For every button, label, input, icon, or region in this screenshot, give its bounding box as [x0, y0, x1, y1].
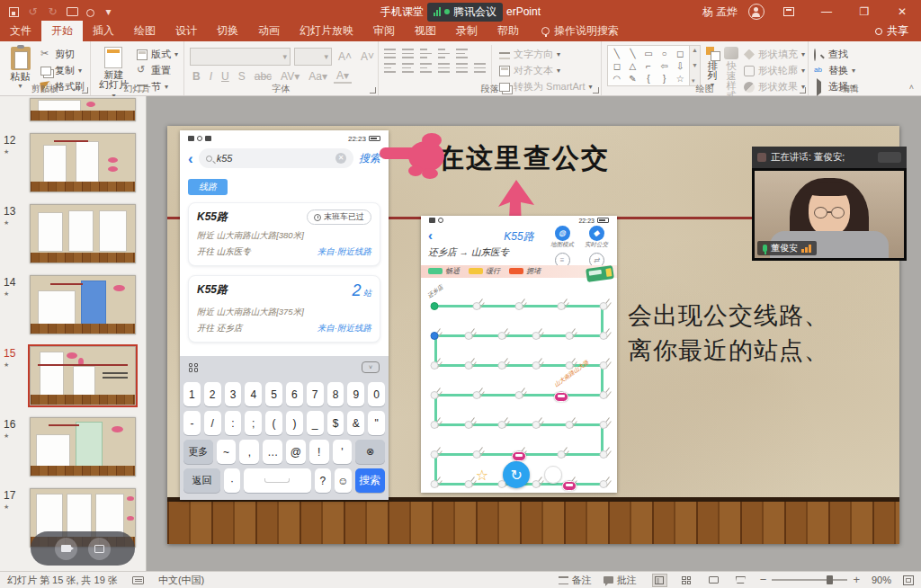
language-indicator[interactable]: 中文(中国)	[158, 574, 204, 587]
qat-dropdown-icon[interactable]: ▾	[103, 6, 114, 18]
key-'[interactable]: '	[333, 440, 353, 464]
zoom-slider[interactable]	[772, 579, 847, 581]
slide-thumbnail[interactable]	[30, 204, 136, 263]
paragraph-dialog-launcher[interactable]	[593, 87, 599, 94]
route-stop[interactable]	[532, 480, 540, 488]
key-)[interactable]: )	[286, 411, 303, 435]
keyboard-grid-icon[interactable]	[189, 363, 198, 372]
key-·[interactable]: ·	[224, 468, 241, 493]
key-~[interactable]: ~	[217, 440, 237, 464]
share-button[interactable]: 共享	[863, 21, 921, 41]
replace-button[interactable]: 替换 ▾	[814, 64, 855, 77]
key-3[interactable]: 3	[225, 382, 242, 406]
meeting-floating-toolbar[interactable]	[31, 531, 135, 566]
route-stop[interactable]	[464, 421, 472, 429]
route-stop[interactable]	[498, 361, 506, 370]
key-☺[interactable]: ☺	[335, 468, 352, 493]
route-stop[interactable]	[473, 450, 481, 459]
slide-thumbnail[interactable]	[30, 275, 136, 334]
key-返回[interactable]: 返回	[183, 468, 220, 493]
key-;[interactable]: ;	[245, 411, 262, 435]
layout-button[interactable]: 版式▾	[137, 48, 178, 61]
route-stop[interactable]	[515, 391, 523, 399]
bus-marker-icon[interactable]	[512, 451, 526, 461]
route-stop[interactable]	[431, 391, 439, 399]
route-stop[interactable]	[599, 480, 607, 488]
key-搜索[interactable]: 搜索	[355, 468, 385, 493]
key-/[interactable]: /	[204, 411, 221, 435]
key-1[interactable]: 1	[183, 382, 201, 406]
key-&[interactable]: &	[347, 411, 364, 435]
zoom-out-button[interactable]: −	[760, 575, 767, 584]
align-menu-button[interactable]	[474, 63, 486, 73]
copy-button[interactable]: 复制▾	[40, 64, 85, 77]
route-stop[interactable]	[431, 480, 439, 488]
save-icon[interactable]	[9, 7, 19, 17]
route-stop[interactable]	[532, 332, 540, 340]
increase-font-button[interactable]: A˄	[335, 50, 354, 63]
route-stop[interactable]	[431, 361, 439, 370]
slide-thumbnail[interactable]	[30, 417, 136, 477]
route-stop[interactable]	[599, 361, 607, 370]
meeting-video-overlay[interactable]: 正在讲话: 董俊安; 董俊安	[752, 147, 907, 261]
more-circle-button[interactable]	[544, 466, 562, 484]
drawing-dialog-launcher[interactable]	[800, 87, 806, 94]
comments-button[interactable]: 批注	[604, 574, 637, 587]
clear-icon[interactable]: ✕	[335, 153, 346, 164]
key-,[interactable]: ,	[239, 440, 259, 464]
slide-thumbnail[interactable]	[30, 98, 136, 121]
shapes-gallery[interactable]: ╲╲▭○◻ ◻△⌐⇦⇩ ◠✎{}☆	[607, 45, 690, 86]
action-地图模式[interactable]: ◍地图模式	[547, 226, 577, 253]
fit-to-window-icon[interactable]	[903, 575, 914, 585]
font-dialog-launcher[interactable]	[370, 87, 376, 94]
camera-toggle-button[interactable]	[55, 538, 77, 560]
normal-view-button[interactable]	[652, 574, 667, 587]
slide-sorter-view-button[interactable]	[679, 574, 694, 587]
key-…[interactable]: …	[263, 440, 282, 464]
align-text-button[interactable]: 对齐文本 ▾	[499, 64, 592, 77]
clipboard-dialog-launcher[interactable]	[82, 87, 88, 94]
ribbon-tab-幻灯片放映[interactable]: 幻灯片放映	[290, 21, 363, 41]
key-![interactable]: !	[309, 440, 329, 464]
route-stop[interactable]	[464, 332, 472, 340]
ribbon-tab-文件[interactable]: 文件	[0, 21, 41, 41]
increase-indent-button[interactable]	[438, 49, 450, 58]
key-:[interactable]: :	[225, 411, 242, 435]
route-stop[interactable]	[515, 302, 523, 310]
account-name[interactable]: 杨 孟烨	[702, 4, 738, 20]
find-button[interactable]: 查找	[814, 48, 855, 61]
key-_[interactable]: _	[307, 411, 324, 435]
route-stop[interactable]	[498, 332, 506, 340]
slide-thumbnail-panel[interactable]: 12★13★14★15★16★17★	[0, 96, 147, 571]
route-stop[interactable]	[532, 421, 540, 429]
account-avatar[interactable]	[748, 4, 765, 20]
redo-icon[interactable]: ↻	[47, 6, 58, 18]
bold-button[interactable]: B	[190, 70, 203, 83]
shape-outline-button[interactable]: 形状轮廓 ▾	[744, 64, 805, 77]
zoom-percentage[interactable]: 90%	[872, 575, 891, 585]
ribbon-tab-开始[interactable]: 开始	[41, 21, 83, 41]
route-stop[interactable]	[431, 302, 439, 310]
action-实时公交[interactable]: ◆实时公交	[581, 226, 612, 253]
favorite-star-icon[interactable]: ☆	[476, 467, 488, 484]
ribbon-tab-帮助[interactable]: 帮助	[487, 21, 529, 41]
key-7[interactable]: 7	[307, 382, 324, 406]
ribbon-tab-录制[interactable]: 录制	[446, 21, 487, 41]
char-spacing-button[interactable]: AV▾	[278, 70, 302, 83]
minimize-button[interactable]: —	[813, 0, 840, 23]
route-stop[interactable]	[599, 450, 607, 459]
font-name-combo[interactable]: ▾	[190, 48, 291, 66]
strikethrough-button[interactable]: abc	[252, 70, 274, 83]
slide-body-text[interactable]: 会出现公交线路、 离你最近的站点、	[628, 298, 829, 369]
source-link[interactable]: 来自·附近线路	[317, 246, 371, 258]
key-?[interactable]: ?	[315, 468, 332, 493]
align-left-button[interactable]	[384, 63, 396, 73]
decrease-font-button[interactable]: A˅	[358, 50, 377, 63]
key-6[interactable]: 6	[286, 382, 303, 406]
key-"[interactable]: "	[368, 411, 385, 435]
ribbon-tab-切换[interactable]: 切换	[207, 21, 248, 41]
ribbon-display-options-button[interactable]	[775, 0, 802, 23]
slide-title[interactable]: 在这里查公交	[437, 140, 610, 177]
reset-button[interactable]: 重置	[137, 64, 178, 77]
line-spacing-button[interactable]	[456, 49, 468, 58]
